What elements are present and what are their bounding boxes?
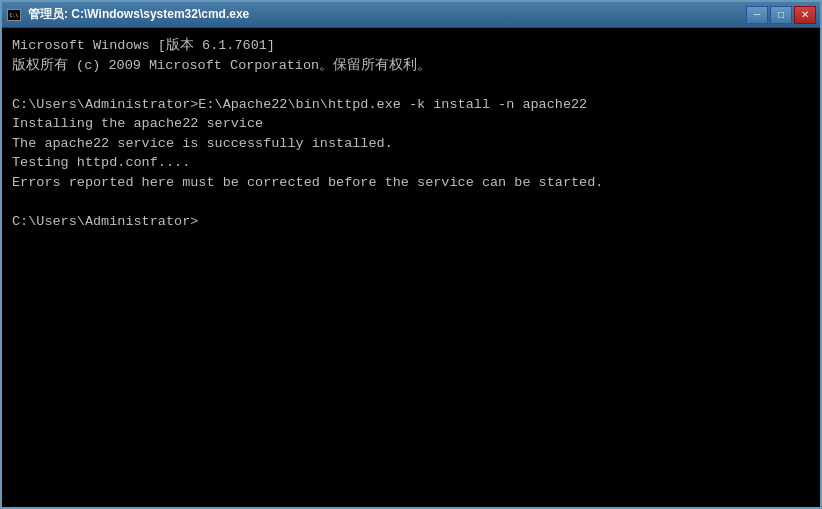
terminal-line-8: Errors reported here must be corrected b… — [12, 173, 810, 193]
title-bar-text: 管理员: C:\Windows\system32\cmd.exe — [28, 6, 746, 23]
cmd-app-icon — [6, 7, 22, 23]
window-controls — [746, 6, 816, 24]
minimize-button[interactable] — [746, 6, 768, 24]
maximize-button[interactable] — [770, 6, 792, 24]
terminal-line-4: C:\Users\Administrator>E:\Apache22\bin\h… — [12, 95, 810, 115]
terminal-line-6: The apache22 service is successfully ins… — [12, 134, 810, 154]
terminal-line-10: C:\Users\Administrator> — [12, 212, 810, 232]
close-button[interactable] — [794, 6, 816, 24]
title-bar: 管理员: C:\Windows\system32\cmd.exe — [2, 2, 820, 28]
terminal-line-5: Installing the apache22 service — [12, 114, 810, 134]
terminal-line-7: Testing httpd.conf.... — [12, 153, 810, 173]
terminal-line-2: 版权所有 (c) 2009 Microsoft Corporation。保留所有… — [12, 56, 810, 76]
cmd-window: 管理员: C:\Windows\system32\cmd.exe Microso… — [0, 0, 822, 509]
terminal-line-9 — [12, 193, 810, 213]
terminal-line-1: Microsoft Windows [版本 6.1.7601] — [12, 36, 810, 56]
terminal-output[interactable]: Microsoft Windows [版本 6.1.7601] 版权所有 (c)… — [2, 28, 820, 507]
terminal-line-3 — [12, 75, 810, 95]
